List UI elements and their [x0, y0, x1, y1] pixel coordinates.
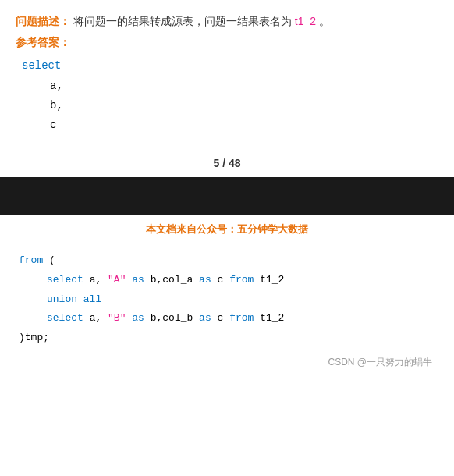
- code-line-select: select: [22, 56, 438, 76]
- as2-keyword: as: [199, 274, 211, 286]
- select-keyword: select: [22, 59, 61, 72]
- union-keyword: union all: [47, 293, 101, 305]
- as4-keyword: as: [199, 312, 211, 324]
- question-label: 问题描述：: [16, 15, 70, 27]
- select2-c: c: [218, 312, 230, 324]
- code-line-union: union all: [19, 290, 438, 310]
- question-description: 问题描述： 将问题一的结果转成源表，问题一结果表名为 t1_2 。: [16, 12, 438, 30]
- bottom-code-block: from ( select a, "A" as b,col_a as c fro…: [16, 251, 438, 347]
- select2-table: t1_2: [260, 312, 284, 324]
- select1-c: c: [218, 274, 230, 286]
- code-line-select1: select a, "A" as b,col_a as c from t1_2: [19, 271, 438, 290]
- code-line-a: a,: [22, 76, 438, 96]
- csdn-credit: CSDN @一只努力的蜗牛: [16, 356, 438, 369]
- select1-string-A: "A": [108, 274, 126, 286]
- select2-a: a,: [90, 312, 102, 324]
- code-line-select2: select a, "B" as b,col_b as c from t1_2: [19, 309, 438, 329]
- answer-label: 参考答案：: [16, 36, 438, 50]
- close-tmp: )tmp;: [19, 332, 49, 343]
- code-field-b: b,: [50, 99, 63, 112]
- select1-b: b,col_a: [151, 274, 199, 286]
- code-line-close: )tmp;: [19, 329, 438, 348]
- code-line-b: b,: [22, 96, 438, 115]
- watermark: 本文档来自公众号：五分钟学大数据: [16, 222, 438, 243]
- select2-keyword: select: [47, 312, 83, 324]
- from1-keyword: from: [229, 274, 254, 286]
- table-name-highlight: t1_2: [295, 15, 316, 27]
- code-line-from: from (: [19, 251, 438, 271]
- select1-keyword: select: [47, 274, 83, 286]
- select2-string-B: "B": [108, 312, 126, 324]
- answer-code-block: select a, b, c: [16, 56, 438, 135]
- from2-keyword: from: [229, 312, 254, 324]
- bottom-section: 本文档来自公众号：五分钟学大数据 from ( select a, "A" as…: [0, 215, 454, 376]
- open-paren: (: [49, 254, 55, 266]
- as1-keyword: as: [132, 274, 144, 286]
- question-text-suffix: 。: [319, 15, 330, 27]
- question-text: 将问题一的结果转成源表，问题一结果表名为: [73, 15, 295, 27]
- from-keyword: from: [19, 254, 43, 266]
- dark-banner: [0, 177, 454, 215]
- page-indicator: 5 / 48: [0, 157, 454, 169]
- as3-keyword: as: [132, 312, 144, 324]
- select1-table: t1_2: [260, 274, 284, 286]
- select2-b: b,col_b: [151, 312, 199, 324]
- code-line-c: c: [22, 115, 438, 135]
- code-field-a: a,: [50, 80, 63, 92]
- top-section: 问题描述： 将问题一的结果转成源表，问题一结果表名为 t1_2 。 参考答案： …: [0, 0, 454, 143]
- code-field-c: c: [50, 119, 56, 131]
- select1-a: a,: [90, 274, 102, 286]
